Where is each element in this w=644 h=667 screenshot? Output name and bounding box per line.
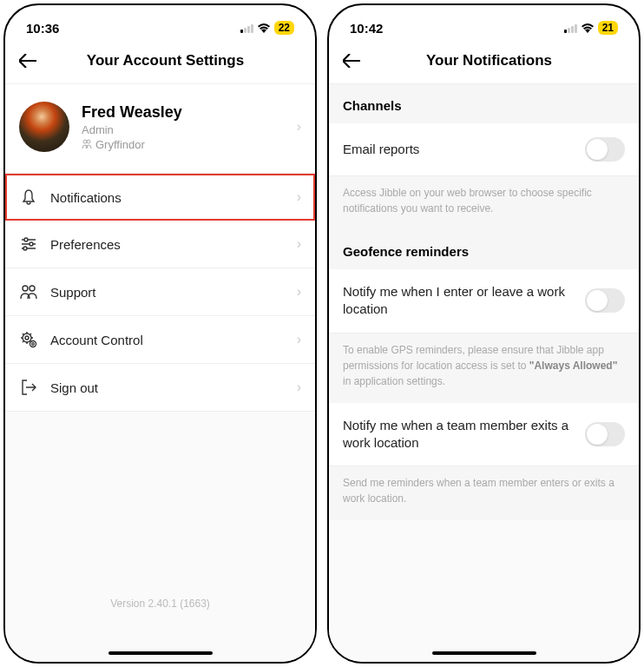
home-indicator[interactable] bbox=[432, 651, 536, 655]
svg-point-1 bbox=[87, 140, 90, 143]
battery-badge: 22 bbox=[274, 21, 294, 35]
svg-point-4 bbox=[23, 247, 27, 250]
menu-label: Notifications bbox=[50, 190, 285, 205]
chevron-right-icon: › bbox=[297, 189, 301, 205]
page-title: Your Account Settings bbox=[30, 52, 301, 69]
svg-point-10 bbox=[32, 343, 35, 346]
wifi-icon bbox=[581, 23, 595, 33]
menu-item-notifications[interactable]: Notifications › bbox=[5, 174, 315, 221]
header: Your Notifications bbox=[329, 43, 639, 84]
toggle-row-email-reports[interactable]: Email reports bbox=[329, 123, 639, 176]
menu-label: Preferences bbox=[50, 237, 285, 252]
signal-icon bbox=[240, 23, 253, 33]
content: Fred Weasley Admin Gryffindor › Notifica… bbox=[5, 84, 315, 662]
sliders-icon bbox=[19, 234, 38, 254]
svg-point-9 bbox=[30, 341, 36, 347]
menu-label: Account Control bbox=[50, 333, 285, 347]
status-right: 21 bbox=[564, 21, 618, 35]
menu-label: Support bbox=[50, 285, 285, 300]
status-time: 10:42 bbox=[350, 21, 383, 36]
bell-icon bbox=[19, 188, 38, 207]
profile-name: Fred Weasley bbox=[82, 103, 285, 122]
toggle-switch[interactable] bbox=[585, 137, 625, 162]
avatar bbox=[19, 102, 69, 152]
help-text: Access Jibble on your web browser to cho… bbox=[329, 176, 639, 230]
toggle-label: Notify me when I enter or leave a work l… bbox=[343, 283, 573, 319]
toggle-label: Email reports bbox=[343, 141, 573, 158]
signal-icon bbox=[564, 23, 577, 33]
chevron-right-icon: › bbox=[297, 380, 301, 395]
sign-out-icon bbox=[19, 378, 38, 397]
profile-row[interactable]: Fred Weasley Admin Gryffindor › bbox=[5, 84, 315, 174]
section-channels: Channels bbox=[329, 84, 639, 123]
status-right: 22 bbox=[240, 21, 294, 35]
help-text: Send me reminders when a team member ent… bbox=[329, 466, 639, 520]
toggle-switch[interactable] bbox=[585, 422, 625, 446]
help-text: To enable GPS reminders, please ensure t… bbox=[329, 334, 639, 403]
group-icon bbox=[82, 139, 92, 149]
toggle-row-notify-team[interactable]: Notify me when a team member exits a wor… bbox=[329, 403, 639, 467]
phone-left: 10:36 22 Your Account Settings Fred Weas… bbox=[3, 3, 317, 664]
svg-point-5 bbox=[23, 286, 28, 291]
status-time: 10:36 bbox=[26, 21, 59, 36]
phone-right: 10:42 21 Your Notifications Channels Ema… bbox=[327, 3, 641, 664]
chevron-right-icon: › bbox=[297, 236, 301, 252]
battery-badge: 21 bbox=[598, 21, 618, 35]
profile-info: Fred Weasley Admin Gryffindor bbox=[82, 103, 285, 151]
page-title: Your Notifications bbox=[353, 52, 625, 69]
people-icon bbox=[19, 282, 38, 301]
svg-point-8 bbox=[25, 336, 29, 340]
menu-label: Sign out bbox=[50, 380, 285, 395]
svg-point-6 bbox=[30, 286, 35, 291]
toggle-switch[interactable] bbox=[585, 288, 625, 313]
home-indicator[interactable] bbox=[108, 651, 213, 655]
status-bar: 10:42 21 bbox=[329, 5, 639, 43]
chevron-right-icon: › bbox=[297, 119, 301, 135]
gear-icon bbox=[19, 330, 38, 349]
version-label: Version 2.40.1 (1663) bbox=[5, 584, 315, 624]
toggle-label: Notify me when a team member exits a wor… bbox=[343, 417, 573, 452]
menu-item-account-control[interactable]: Account Control › bbox=[5, 316, 315, 364]
svg-point-2 bbox=[24, 238, 28, 241]
svg-point-0 bbox=[83, 140, 87, 143]
wifi-icon bbox=[257, 23, 271, 33]
svg-point-3 bbox=[30, 242, 33, 246]
profile-role: Admin bbox=[82, 123, 285, 136]
content: Channels Email reports Access Jibble on … bbox=[329, 84, 639, 662]
section-geofence: Geofence reminders bbox=[329, 230, 639, 269]
chevron-right-icon: › bbox=[297, 284, 301, 300]
chevron-right-icon: › bbox=[297, 332, 301, 347]
profile-group: Gryffindor bbox=[82, 138, 285, 151]
toggle-row-notify-self[interactable]: Notify me when I enter or leave a work l… bbox=[329, 269, 639, 334]
menu-item-sign-out[interactable]: Sign out › bbox=[5, 364, 315, 412]
header: Your Account Settings bbox=[5, 43, 315, 84]
menu-item-support[interactable]: Support › bbox=[5, 268, 315, 316]
menu-item-preferences[interactable]: Preferences › bbox=[5, 221, 315, 268]
status-bar: 10:36 22 bbox=[5, 5, 315, 43]
